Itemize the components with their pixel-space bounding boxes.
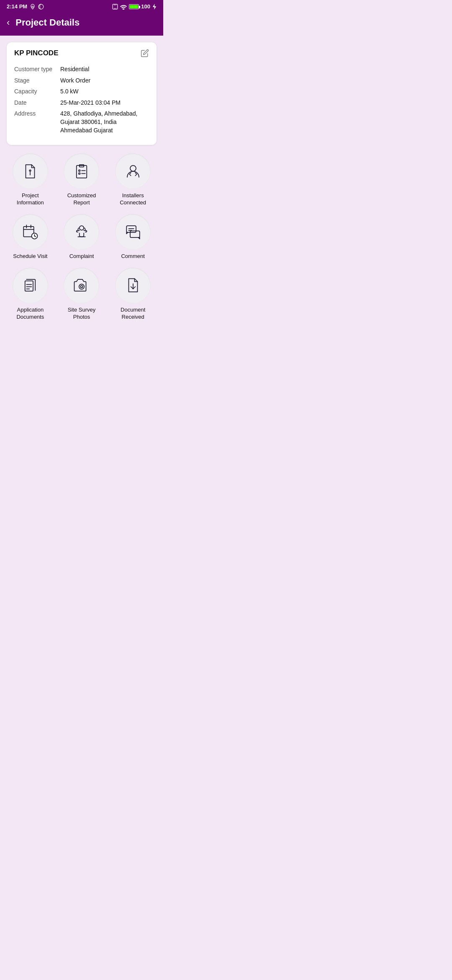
menu-item-customized-report[interactable]: CustomizedReport	[58, 153, 105, 206]
svg-marker-7	[153, 4, 156, 10]
menu-item-document-received[interactable]: DocumentReceived	[109, 268, 157, 321]
project-name: KP PINCODE	[14, 49, 59, 57]
svg-point-8	[30, 170, 31, 171]
complaint-label: Complaint	[69, 253, 94, 260]
project-information-icon-circle	[13, 153, 48, 189]
site-survey-photos-icon-circle	[64, 268, 99, 303]
capacity-label: Capacity	[14, 88, 60, 96]
header: ‹ Project Details	[0, 12, 163, 36]
calendar-clock-icon	[21, 223, 39, 240]
stage-value: Work Order	[60, 77, 149, 85]
edit-button[interactable]	[141, 49, 149, 59]
date-label: Date	[14, 99, 60, 107]
project-card: KP PINCODE Customer type Residential Sta…	[7, 42, 157, 145]
clipboard-list-icon	[73, 162, 90, 180]
svg-rect-2	[113, 4, 118, 9]
status-right: 100	[112, 3, 157, 10]
schedule-visit-icon-circle	[13, 214, 48, 250]
address-value: 428, Ghatlodiya, Ahmedabad, Gujarat 3800…	[60, 110, 149, 134]
battery-label: 100	[141, 3, 150, 10]
capacity-value: 5.0 kW	[60, 88, 149, 96]
customer-type-value: Residential	[60, 65, 149, 74]
installers-connected-label: InstallersConnected	[120, 192, 146, 206]
document-received-label: DocumentReceived	[121, 307, 145, 321]
document-received-icon-circle	[115, 268, 151, 303]
headset-person-icon	[73, 223, 90, 240]
menu-item-site-survey-photos[interactable]: Site SurveyPhotos	[58, 268, 105, 321]
complaint-icon-circle	[64, 214, 99, 250]
svg-point-24	[80, 226, 84, 230]
customer-type-label: Customer type	[14, 65, 60, 74]
screenshot-icon	[112, 4, 118, 10]
stacked-docs-icon	[21, 276, 39, 294]
site-survey-photos-label: Site SurveyPhotos	[68, 307, 95, 321]
date-row: Date 25-Mar-2021 03:04 PM	[14, 99, 149, 107]
menu-item-application-documents[interactable]: ApplicationDocuments	[7, 268, 54, 321]
menu-item-comment[interactable]: Comment	[109, 214, 157, 260]
battery-icon	[129, 4, 139, 9]
customer-type-row: Customer type Residential	[14, 65, 149, 74]
application-documents-icon-circle	[13, 268, 48, 303]
svg-point-34	[80, 286, 82, 288]
comment-icon-circle	[115, 214, 151, 250]
stage-row: Stage Work Order	[14, 77, 149, 85]
project-information-label: ProjectInformation	[17, 192, 44, 206]
menu-grid: ProjectInformation CustomizedReport	[7, 153, 157, 320]
date-value: 25-Mar-2021 03:04 PM	[60, 99, 149, 107]
customized-report-icon-circle	[64, 153, 99, 189]
time-display: 2:14 PM	[7, 3, 27, 10]
main-content: KP PINCODE Customer type Residential Sta…	[0, 36, 163, 328]
svg-point-33	[79, 284, 84, 289]
download-doc-icon	[124, 276, 142, 294]
status-bar: 2:14 PM 100	[0, 0, 163, 12]
camera-icon	[73, 276, 90, 294]
svg-rect-26	[130, 231, 140, 238]
svg-rect-11	[80, 165, 84, 167]
comment-label: Comment	[121, 253, 144, 260]
menu-item-schedule-visit[interactable]: Schedule Visit	[7, 214, 54, 260]
svg-point-16	[130, 165, 136, 171]
wifi-icon	[120, 4, 127, 10]
address-label: Address	[14, 110, 60, 134]
customized-report-label: CustomizedReport	[67, 192, 96, 206]
svg-rect-13	[79, 173, 80, 174]
document-info-icon	[21, 162, 39, 180]
svg-rect-10	[77, 165, 87, 178]
menu-item-project-information[interactable]: ProjectInformation	[7, 153, 54, 206]
schedule-visit-label: Schedule Visit	[13, 253, 47, 260]
capacity-row: Capacity 5.0 kW	[14, 88, 149, 96]
back-button[interactable]: ‹	[7, 18, 10, 27]
svg-rect-29	[25, 281, 33, 291]
handshake-icon	[124, 162, 142, 180]
menu-item-complaint[interactable]: Complaint	[58, 214, 105, 260]
chat-bubbles-icon	[124, 223, 142, 240]
status-left: 2:14 PM	[7, 3, 44, 10]
menu-item-installers-connected[interactable]: InstallersConnected	[109, 153, 157, 206]
svg-point-0	[32, 6, 33, 8]
stage-label: Stage	[14, 77, 60, 85]
location-icon	[30, 4, 36, 10]
card-header: KP PINCODE	[14, 49, 149, 59]
application-documents-label: ApplicationDocuments	[16, 307, 44, 321]
page-title: Project Details	[15, 17, 80, 28]
svg-rect-12	[79, 170, 80, 171]
flash-icon	[152, 4, 157, 10]
address-row: Address 428, Ghatlodiya, Ahmedabad, Guja…	[14, 110, 149, 134]
installers-connected-icon-circle	[115, 153, 151, 189]
vpn-icon	[38, 4, 44, 10]
